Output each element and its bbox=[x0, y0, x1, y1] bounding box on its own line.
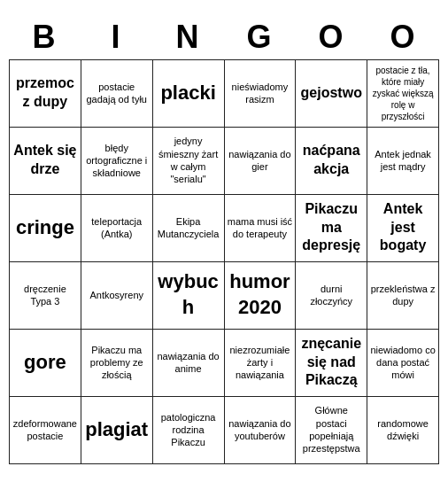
bingo-cell-0: przemoc z dupy bbox=[10, 60, 81, 128]
bingo-cell-2: placki bbox=[153, 60, 225, 128]
bingo-cell-31: plagiat bbox=[81, 397, 153, 464]
bingo-cell-27: niezrozumiałe żarty i nawiązania bbox=[225, 330, 297, 397]
title-letter-N: N bbox=[153, 19, 224, 56]
bingo-cell-30: zdeformowane postacie bbox=[10, 397, 81, 464]
bingo-cell-19: Antkosyreny bbox=[81, 262, 153, 330]
bingo-cell-32: patologiczna rodzina Pikaczu bbox=[153, 397, 225, 464]
bingo-cell-16: Pikaczu ma depresję bbox=[296, 195, 367, 262]
bingo-cell-10: naćpana akcja bbox=[296, 128, 367, 195]
bingo-cell-17: Antek jest bogaty bbox=[367, 195, 439, 262]
bingo-cell-6: Antek się drze bbox=[10, 128, 81, 195]
bingo-cell-25: Pikaczu ma problemy ze złością bbox=[81, 330, 153, 397]
bingo-cell-29: niewiadomo co dana postać mówi bbox=[367, 330, 439, 397]
title-letter-O: O bbox=[297, 19, 367, 56]
bingo-cell-18: dręczenie Typa 3 bbox=[10, 262, 81, 330]
bingo-cell-13: teleportacja (Antka) bbox=[81, 195, 153, 262]
title-letter-G: G bbox=[225, 19, 296, 56]
bingo-cell-11: Antek jednak jest mądry bbox=[367, 128, 439, 195]
bingo-cell-35: randomowe dźwięki bbox=[367, 397, 439, 464]
bingo-cell-7: błędy ortograficzne i składniowe bbox=[81, 128, 153, 195]
bingo-cell-9: nawiązania do gier bbox=[225, 128, 297, 195]
bingo-cell-8: jedyny śmieszny żart w całym "serialu" bbox=[153, 128, 225, 195]
title-letter-B: B bbox=[10, 19, 81, 56]
bingo-cell-22: durni złoczyńcy bbox=[296, 262, 367, 330]
title-letter-O: O bbox=[368, 19, 439, 56]
bingo-grid: przemoc z dupypostacie gadają od tyłupla… bbox=[9, 59, 439, 464]
bingo-cell-21: humor 2020 bbox=[225, 262, 297, 330]
bingo-cell-20: wybuch bbox=[153, 262, 225, 330]
bingo-title: BINGOO bbox=[9, 19, 439, 56]
bingo-cell-3: nieświadomy rasizm bbox=[225, 60, 297, 128]
title-letter-I: I bbox=[81, 19, 152, 56]
bingo-cell-34: Główne postaci popełniają przestępstwa bbox=[296, 397, 367, 464]
bingo-card: BINGOO przemoc z dupypostacie gadają od … bbox=[0, 10, 448, 473]
bingo-cell-28: znęcanie się nad Pikaczą bbox=[296, 330, 367, 397]
bingo-cell-1: postacie gadają od tyłu bbox=[81, 60, 153, 128]
bingo-cell-26: nawiązania do anime bbox=[153, 330, 225, 397]
bingo-cell-23: przekleństwa z dupy bbox=[367, 262, 439, 330]
bingo-cell-24: gore bbox=[10, 330, 81, 397]
bingo-cell-12: cringe bbox=[10, 195, 81, 262]
bingo-cell-15: mama musi iść do terapeuty bbox=[225, 195, 297, 262]
bingo-cell-14: Ekipa Mutanczyciela bbox=[153, 195, 225, 262]
bingo-cell-33: nawiązania do youtuberów bbox=[225, 397, 297, 464]
bingo-cell-4: gejostwo bbox=[296, 60, 367, 128]
bingo-cell-5: postacie z tła, które miały zyskać więks… bbox=[367, 60, 439, 128]
